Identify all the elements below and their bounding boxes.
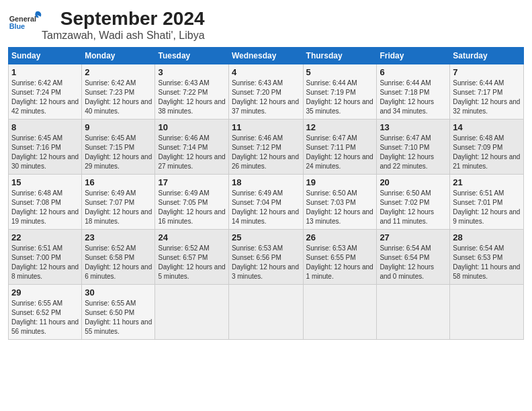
table-row: 2Sunrise: 6:42 AMSunset: 7:23 PMDaylight… (82, 64, 155, 120)
table-row: 23Sunrise: 6:52 AMSunset: 6:58 PMDayligh… (82, 230, 155, 285)
day-number: 27 (380, 232, 447, 242)
day-info: Sunrise: 6:52 AMSunset: 6:58 PMDaylight:… (85, 244, 152, 281)
table-row (450, 285, 524, 340)
table-row: 9Sunrise: 6:45 AMSunset: 7:15 PMDaylight… (82, 120, 155, 175)
table-row: 7Sunrise: 6:44 AMSunset: 7:17 PMDaylight… (450, 64, 524, 120)
table-row: 8Sunrise: 6:45 AMSunset: 7:16 PMDaylight… (9, 120, 82, 175)
logo-icon: General Blue (8, 8, 42, 35)
table-row: 3Sunrise: 6:43 AMSunset: 7:22 PMDaylight… (155, 64, 228, 120)
table-row: 30Sunrise: 6:55 AMSunset: 6:50 PMDayligh… (82, 285, 155, 340)
table-row (377, 285, 450, 340)
table-row (155, 285, 228, 340)
day-info: Sunrise: 6:44 AMSunset: 7:17 PMDaylight:… (453, 79, 521, 116)
table-row: 19Sunrise: 6:50 AMSunset: 7:03 PMDayligh… (303, 175, 377, 230)
table-row: 1Sunrise: 6:42 AMSunset: 7:24 PMDaylight… (9, 64, 82, 120)
day-number: 22 (11, 232, 79, 242)
col-friday: Friday (377, 48, 450, 64)
col-thursday: Thursday (303, 48, 377, 64)
day-number: 28 (453, 232, 521, 242)
header: General Blue September 2024 Tamzawah, Wa… (8, 8, 524, 42)
calendar-header-row: Sunday Monday Tuesday Wednesday Thursday… (9, 48, 524, 64)
col-monday: Monday (82, 48, 155, 64)
day-info: Sunrise: 6:45 AMSunset: 7:16 PMDaylight:… (11, 134, 79, 171)
day-number: 11 (232, 122, 300, 132)
calendar-week-row: 15Sunrise: 6:48 AMSunset: 7:08 PMDayligh… (9, 175, 524, 230)
calendar-week-row: 22Sunrise: 6:51 AMSunset: 7:00 PMDayligh… (9, 230, 524, 285)
table-row: 17Sunrise: 6:49 AMSunset: 7:05 PMDayligh… (155, 175, 228, 230)
day-info: Sunrise: 6:44 AMSunset: 7:18 PMDaylight:… (380, 79, 447, 116)
day-info: Sunrise: 6:48 AMSunset: 7:08 PMDaylight:… (11, 189, 79, 226)
calendar-week-row: 1Sunrise: 6:42 AMSunset: 7:24 PMDaylight… (9, 64, 524, 120)
table-row: 25Sunrise: 6:53 AMSunset: 6:56 PMDayligh… (228, 230, 303, 285)
table-row: 15Sunrise: 6:48 AMSunset: 7:08 PMDayligh… (9, 175, 82, 230)
title-area: September 2024 Tamzawah, Wadi ash Shati'… (42, 8, 205, 42)
table-row: 10Sunrise: 6:46 AMSunset: 7:14 PMDayligh… (155, 120, 228, 175)
table-row: 16Sunrise: 6:49 AMSunset: 7:07 PMDayligh… (82, 175, 155, 230)
day-info: Sunrise: 6:48 AMSunset: 7:09 PMDaylight:… (453, 134, 521, 171)
day-number: 24 (158, 232, 225, 242)
day-number: 7 (453, 67, 521, 77)
day-number: 2 (85, 67, 152, 77)
table-row (303, 285, 377, 340)
day-number: 15 (11, 177, 79, 187)
table-row: 4Sunrise: 6:43 AMSunset: 7:20 PMDaylight… (228, 64, 303, 120)
col-tuesday: Tuesday (155, 48, 228, 64)
day-number: 12 (306, 122, 374, 132)
table-row: 6Sunrise: 6:44 AMSunset: 7:18 PMDaylight… (377, 64, 450, 120)
table-row: 11Sunrise: 6:46 AMSunset: 7:12 PMDayligh… (228, 120, 303, 175)
day-info: Sunrise: 6:50 AMSunset: 7:02 PMDaylight:… (380, 189, 447, 226)
day-number: 13 (380, 122, 447, 132)
day-number: 6 (380, 67, 447, 77)
day-number: 29 (11, 287, 79, 298)
day-number: 5 (306, 67, 374, 77)
table-row: 28Sunrise: 6:54 AMSunset: 6:53 PMDayligh… (450, 230, 524, 285)
calendar-week-row: 8Sunrise: 6:45 AMSunset: 7:16 PMDaylight… (9, 120, 524, 175)
table-row: 14Sunrise: 6:48 AMSunset: 7:09 PMDayligh… (450, 120, 524, 175)
day-number: 23 (85, 232, 152, 242)
day-info: Sunrise: 6:49 AMSunset: 7:07 PMDaylight:… (85, 189, 152, 226)
day-info: Sunrise: 6:47 AMSunset: 7:11 PMDaylight:… (306, 134, 374, 171)
table-row: 22Sunrise: 6:51 AMSunset: 7:00 PMDayligh… (9, 230, 82, 285)
col-sunday: Sunday (9, 48, 82, 64)
day-info: Sunrise: 6:43 AMSunset: 7:20 PMDaylight:… (232, 79, 300, 116)
day-number: 17 (158, 177, 225, 187)
table-row: 5Sunrise: 6:44 AMSunset: 7:19 PMDaylight… (303, 64, 377, 120)
day-number: 1 (11, 67, 79, 77)
table-row: 18Sunrise: 6:49 AMSunset: 7:04 PMDayligh… (228, 175, 303, 230)
day-info: Sunrise: 6:54 AMSunset: 6:53 PMDaylight:… (453, 244, 521, 281)
col-wednesday: Wednesday (228, 48, 303, 64)
day-number: 9 (85, 122, 152, 132)
day-info: Sunrise: 6:42 AMSunset: 7:23 PMDaylight:… (85, 79, 152, 116)
day-number: 18 (232, 177, 300, 187)
page-subtitle: Tamzawah, Wadi ash Shati', Libya (42, 30, 205, 42)
day-number: 25 (232, 232, 300, 242)
col-saturday: Saturday (450, 48, 524, 64)
table-row: 13Sunrise: 6:47 AMSunset: 7:10 PMDayligh… (377, 120, 450, 175)
day-info: Sunrise: 6:55 AMSunset: 6:50 PMDaylight:… (85, 299, 152, 336)
day-info: Sunrise: 6:51 AMSunset: 7:00 PMDaylight:… (11, 244, 79, 281)
day-info: Sunrise: 6:50 AMSunset: 7:03 PMDaylight:… (306, 189, 374, 226)
day-info: Sunrise: 6:52 AMSunset: 6:57 PMDaylight:… (158, 244, 225, 281)
day-info: Sunrise: 6:42 AMSunset: 7:24 PMDaylight:… (11, 79, 79, 116)
day-info: Sunrise: 6:46 AMSunset: 7:12 PMDaylight:… (232, 134, 300, 171)
day-info: Sunrise: 6:47 AMSunset: 7:10 PMDaylight:… (380, 134, 447, 171)
svg-text:Blue: Blue (9, 22, 25, 30)
day-number: 4 (232, 67, 300, 77)
day-info: Sunrise: 6:53 AMSunset: 6:55 PMDaylight:… (306, 244, 374, 281)
day-number: 10 (158, 122, 225, 132)
day-info: Sunrise: 6:54 AMSunset: 6:54 PMDaylight:… (380, 244, 447, 281)
page-title: September 2024 (42, 8, 205, 30)
day-number: 8 (11, 122, 79, 132)
logo: General Blue (8, 8, 42, 35)
day-info: Sunrise: 6:44 AMSunset: 7:19 PMDaylight:… (306, 79, 374, 116)
day-number: 21 (453, 177, 521, 187)
calendar-week-row: 29Sunrise: 6:55 AMSunset: 6:52 PMDayligh… (9, 285, 524, 340)
day-number: 3 (158, 67, 225, 77)
table-row: 27Sunrise: 6:54 AMSunset: 6:54 PMDayligh… (377, 230, 450, 285)
day-info: Sunrise: 6:49 AMSunset: 7:04 PMDaylight:… (232, 189, 300, 226)
table-row (228, 285, 303, 340)
day-number: 20 (380, 177, 447, 187)
day-info: Sunrise: 6:55 AMSunset: 6:52 PMDaylight:… (11, 299, 79, 336)
table-row: 12Sunrise: 6:47 AMSunset: 7:11 PMDayligh… (303, 120, 377, 175)
day-number: 26 (306, 232, 374, 242)
